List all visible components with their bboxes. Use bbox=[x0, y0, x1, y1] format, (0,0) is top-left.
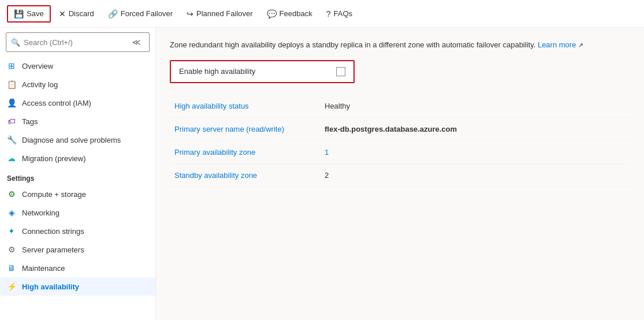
sidebar-item-label: Connection strings bbox=[22, 227, 84, 236]
sidebar-item-label: Server parameters bbox=[22, 245, 84, 254]
properties-table: High availability statusHealthyPrimary s… bbox=[170, 95, 630, 187]
prop-value: 1 bbox=[320, 140, 630, 163]
content-area: Zone redundant high availability deploys… bbox=[156, 28, 644, 320]
sidebar-item-overview[interactable]: ⊞ Overview bbox=[0, 57, 155, 75]
sidebar-item-label: Compute + storage bbox=[22, 190, 86, 199]
sidebar-item-label: Activity log bbox=[22, 80, 58, 89]
sidebar-item-label: Tags bbox=[22, 117, 38, 126]
search-icon: 🔍 bbox=[11, 38, 20, 47]
forced-failover-icon: 🔗 bbox=[108, 9, 118, 18]
toolbar: 💾 Save ✕ Discard 🔗 Forced Failover ↪ Pla… bbox=[0, 0, 644, 28]
feedback-button[interactable]: 💬 Feedback bbox=[261, 6, 318, 21]
external-link-icon: ↗ bbox=[578, 42, 583, 49]
search-box[interactable]: 🔍 ≪ bbox=[6, 32, 150, 52]
save-button[interactable]: 💾 Save bbox=[7, 5, 51, 23]
sidebar-item-diagnose[interactable]: 🔧 Diagnose and solve problems bbox=[0, 131, 155, 149]
forced-failover-label: Forced Failover bbox=[121, 9, 173, 18]
prop-label: High availability status bbox=[170, 95, 320, 118]
feedback-label: Feedback bbox=[280, 9, 312, 18]
prop-value: 2 bbox=[320, 163, 630, 187]
networking-icon: ◈ bbox=[7, 208, 16, 217]
table-row: Primary availability zone1 bbox=[170, 140, 630, 163]
save-icon: 💾 bbox=[14, 9, 24, 18]
sidebar-item-maintenance[interactable]: 🖥 Maintenance bbox=[0, 259, 155, 277]
tags-icon: 🏷 bbox=[7, 117, 16, 126]
sidebar-item-label: Networking bbox=[22, 209, 59, 217]
sidebar-item-high-availability[interactable]: ⚡ High availability bbox=[0, 277, 155, 296]
sidebar-item-tags[interactable]: 🏷 Tags bbox=[0, 112, 155, 131]
feedback-icon: 💬 bbox=[267, 9, 277, 18]
connection-strings-icon: ✦ bbox=[7, 226, 16, 236]
sidebar-item-label: High availability bbox=[22, 282, 79, 291]
sidebar-item-compute-storage[interactable]: ⚙ Compute + storage bbox=[0, 185, 155, 203]
discard-icon: ✕ bbox=[59, 9, 66, 18]
sidebar-item-label: Overview bbox=[22, 62, 53, 70]
sidebar-item-label: Maintenance bbox=[22, 264, 65, 273]
discard-button[interactable]: ✕ Discard bbox=[53, 6, 100, 21]
overview-icon: ⊞ bbox=[7, 61, 16, 70]
prop-label: Primary server name (read/write) bbox=[170, 117, 320, 140]
sidebar-item-connection-strings[interactable]: ✦ Connection strings bbox=[0, 222, 155, 240]
table-row: Primary server name (read/write)flex-db.… bbox=[170, 117, 630, 140]
collapse-button[interactable]: ≪ bbox=[129, 35, 144, 49]
learn-more-link[interactable]: Learn more bbox=[538, 40, 576, 49]
planned-failover-icon: ↪ bbox=[187, 9, 193, 18]
enable-ha-label: Enable high availability bbox=[179, 67, 330, 76]
faqs-button[interactable]: ? FAQs bbox=[321, 6, 358, 21]
table-row: Standby availability zone2 bbox=[170, 163, 630, 187]
planned-failover-label: Planned Failover bbox=[196, 9, 253, 18]
enable-ha-checkbox[interactable] bbox=[336, 67, 345, 76]
settings-section-label: Settings bbox=[0, 168, 155, 185]
migration-icon: ☁ bbox=[7, 154, 16, 163]
high-availability-icon: ⚡ bbox=[7, 282, 16, 291]
prop-value: flex-db.postgres.database.azure.com bbox=[320, 117, 630, 140]
sidebar-item-label: Diagnose and solve problems bbox=[22, 136, 121, 144]
discard-label: Discard bbox=[69, 9, 94, 18]
planned-failover-button[interactable]: ↪ Planned Failover bbox=[181, 6, 259, 21]
main-layout: 🔍 ≪ ⊞ Overview 📋 Activity log 👤 Access c… bbox=[0, 28, 644, 320]
sidebar-item-server-parameters[interactable]: ⚙ Server parameters bbox=[0, 240, 155, 259]
sidebar-item-label: Access control (IAM) bbox=[22, 99, 91, 107]
save-label: Save bbox=[27, 9, 44, 18]
table-row: High availability statusHealthy bbox=[170, 95, 630, 118]
content-description: Zone redundant high availability deploys… bbox=[170, 39, 630, 51]
sidebar-item-migration[interactable]: ☁ Migration (preview) bbox=[0, 149, 155, 168]
compute-storage-icon: ⚙ bbox=[7, 189, 16, 199]
enable-ha-box: Enable high availability bbox=[170, 60, 355, 83]
sidebar-item-activity-log[interactable]: 📋 Activity log bbox=[0, 75, 155, 94]
prop-value: Healthy bbox=[320, 95, 630, 118]
prop-label: Standby availability zone bbox=[170, 163, 320, 187]
faqs-icon: ? bbox=[326, 9, 331, 18]
server-parameters-icon: ⚙ bbox=[7, 245, 16, 254]
activity-log-icon: 📋 bbox=[7, 80, 16, 89]
faqs-label: FAQs bbox=[333, 9, 352, 18]
sidebar-item-access-control[interactable]: 👤 Access control (IAM) bbox=[0, 94, 155, 112]
sidebar: 🔍 ≪ ⊞ Overview 📋 Activity log 👤 Access c… bbox=[0, 28, 156, 320]
forced-failover-button[interactable]: 🔗 Forced Failover bbox=[102, 6, 178, 21]
access-control-icon: 👤 bbox=[7, 98, 16, 107]
maintenance-icon: 🖥 bbox=[7, 263, 16, 273]
sidebar-item-label: Migration (preview) bbox=[22, 154, 86, 163]
sidebar-item-networking[interactable]: ◈ Networking bbox=[0, 203, 155, 222]
prop-label: Primary availability zone bbox=[170, 140, 320, 163]
diagnose-icon: 🔧 bbox=[7, 135, 16, 144]
search-input[interactable] bbox=[24, 38, 125, 47]
